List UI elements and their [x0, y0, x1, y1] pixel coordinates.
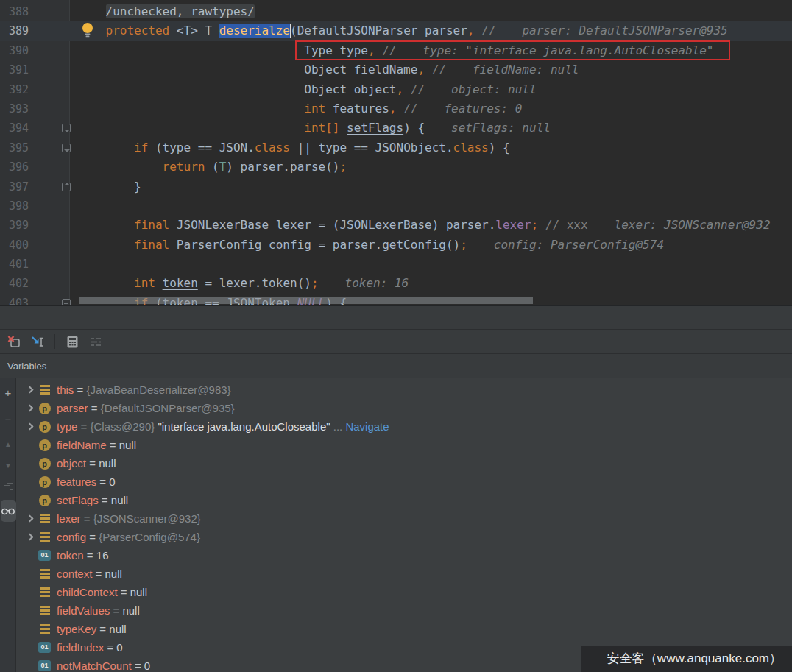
fold-marker-icon[interactable] — [62, 183, 71, 191]
expand-chevron-icon[interactable] — [26, 386, 34, 394]
code-line[interactable] — [77, 255, 792, 274]
gutter-line-number[interactable]: 400 — [9, 236, 29, 255]
gutter-line-number[interactable]: 389 — [9, 21, 29, 40]
evaluate-expression-icon[interactable] — [64, 333, 80, 350]
prim-icon-glyph: 01 — [38, 660, 51, 671]
intention-bulb-icon[interactable] — [81, 22, 94, 38]
navigate-link[interactable]: Navigate — [345, 420, 389, 433]
code-token: } — [134, 180, 141, 194]
equals-sign: = — [86, 457, 99, 470]
variable-row[interactable]: fieldValues = null — [16, 601, 792, 620]
code-line[interactable]: return (T) parser.parse(); — [77, 158, 792, 177]
code-line[interactable]: } — [77, 177, 792, 197]
variable-row[interactable]: typeKey = null — [16, 620, 792, 638]
gutter-line-number[interactable]: 393 — [9, 99, 29, 119]
show-watches-icon[interactable] — [0, 502, 16, 520]
fold-marker-icon[interactable] — [62, 124, 71, 132]
variable-row[interactable]: pparser = {DefaultJSONParser@935} — [16, 399, 792, 417]
variable-row[interactable]: pobject = null — [16, 454, 792, 473]
equals-sign: = — [74, 383, 86, 396]
code-token: // — [411, 82, 425, 96]
code-token: class — [453, 141, 489, 155]
code-line[interactable]: int token = lexer.token();token: 16 — [77, 274, 792, 293]
expand-chevron-icon[interactable] — [26, 405, 34, 412]
code-token — [474, 24, 481, 38]
variable-row[interactable]: config = {ParserConfig@574} — [16, 528, 792, 546]
code-token: final — [134, 218, 169, 232]
variable-row[interactable]: childContext = null — [16, 583, 792, 601]
gutter-line-number[interactable]: 397 — [9, 177, 29, 197]
variable-row[interactable]: ptype = {Class@290} "interface java.lang… — [16, 417, 792, 436]
code-token — [77, 102, 304, 116]
gutter-line-number[interactable]: 399 — [9, 216, 29, 235]
inline-debug-hint: setFlags: null — [451, 121, 551, 135]
equals-sign: = — [88, 402, 101, 414]
code-line[interactable]: int features, //features: 0 — [77, 99, 792, 119]
code-token — [403, 82, 411, 96]
editor-code-area[interactable]: /unchecked, rawtypes/ protected <T> T de… — [77, 2, 792, 305]
code-line[interactable]: /unchecked, rawtypes/ — [77, 2, 792, 21]
code-token: object — [354, 82, 397, 96]
gutter-line-number[interactable]: 403 — [9, 294, 29, 305]
param-icon: p — [38, 495, 51, 506]
code-line[interactable]: if (type == JSON.class || type == JSONOb… — [77, 138, 792, 158]
jump-to-cursor-icon[interactable] — [29, 333, 46, 350]
gutter-line-number[interactable]: 401 — [9, 255, 29, 274]
gutter-line-number[interactable]: 391 — [9, 60, 29, 79]
gutter-line-number[interactable]: 395 — [9, 138, 29, 158]
equals-sign: = — [92, 567, 105, 580]
variable-value: null — [111, 494, 128, 506]
variable-row[interactable]: context = null — [16, 565, 792, 583]
code-line[interactable]: Object object, //object: null — [77, 80, 792, 99]
variable-name: typeKey — [57, 623, 96, 635]
variable-row[interactable]: pfieldName = null — [16, 436, 792, 454]
variable-row[interactable]: pfeatures = 0 — [16, 473, 792, 491]
gutter-line-number[interactable]: 390 — [9, 41, 29, 60]
variable-name: config — [57, 531, 86, 543]
expand-chevron-icon[interactable] — [26, 423, 34, 431]
variable-row[interactable]: 01token = 16 — [16, 546, 792, 565]
gutter-line-number[interactable]: 396 — [9, 158, 29, 177]
gutter-line-number[interactable]: 392 — [9, 80, 29, 99]
code-token — [77, 180, 134, 194]
variable-row[interactable]: lexer = {JSONScanner@932} — [16, 509, 792, 528]
code-line[interactable]: protected <T> T deserialze(DefaultJSONPa… — [77, 21, 792, 40]
variable-name: lexer — [57, 512, 81, 525]
variable-name: fieldIndex — [57, 641, 104, 654]
move-up-icon[interactable]: ▲ — [0, 435, 16, 453]
code-token: protected — [106, 24, 170, 38]
code-editor[interactable]: 3883893903913923933943953963973983994004… — [0, 0, 792, 305]
code-line[interactable]: Object fieldName, //fieldName: null — [77, 60, 792, 79]
code-token: int[] — [304, 121, 339, 135]
variable-row[interactable]: psetFlags = null — [16, 491, 792, 509]
gutter-line-number[interactable]: 398 — [9, 197, 29, 216]
code-token: features — [325, 102, 389, 116]
variable-name: this — [57, 383, 74, 396]
gutter-line-number[interactable]: 394 — [9, 119, 29, 138]
move-down-icon[interactable]: ▼ — [0, 456, 16, 474]
inline-debug-hint: parser: DefaultJSONParser@935 — [522, 24, 727, 38]
gutter-line-number[interactable]: 388 — [9, 2, 29, 21]
remove-watch-icon[interactable]: − — [0, 410, 16, 428]
inline-debug-hint: token: 16 — [345, 276, 409, 290]
code-line[interactable] — [77, 197, 792, 216]
expand-chevron-icon[interactable] — [26, 515, 34, 523]
code-token: // — [382, 43, 396, 57]
layout-settings-icon[interactable] — [88, 333, 104, 350]
code-line[interactable]: int[] setFlags) {setFlags: null — [77, 119, 792, 138]
gutter-line-number[interactable]: 402 — [9, 274, 29, 293]
expand-chevron-icon[interactable] — [26, 534, 34, 541]
variable-value: "interface java.lang.AutoCloseable" — [158, 420, 330, 433]
code-line[interactable]: final JSONLexerBase lexer = (JSONLexerBa… — [77, 216, 792, 235]
duplicate-watch-icon[interactable] — [0, 478, 16, 496]
fold-marker-icon[interactable] — [62, 299, 71, 305]
editor-horizontal-scrollbar[interactable] — [79, 297, 533, 304]
equals-sign: = — [118, 586, 130, 598]
cancel-session-icon[interactable] — [6, 333, 22, 350]
code-line[interactable]: Type type, //type: "interface java.lang.… — [77, 41, 792, 60]
fold-marker-icon[interactable] — [62, 144, 71, 152]
add-watch-icon[interactable]: + — [0, 383, 16, 401]
field-icon — [38, 385, 51, 395]
code-line[interactable]: final ParserConfig config = parser.getCo… — [77, 236, 792, 255]
variable-row[interactable]: this = {JavaBeanDeserializer@983} — [16, 381, 792, 399]
